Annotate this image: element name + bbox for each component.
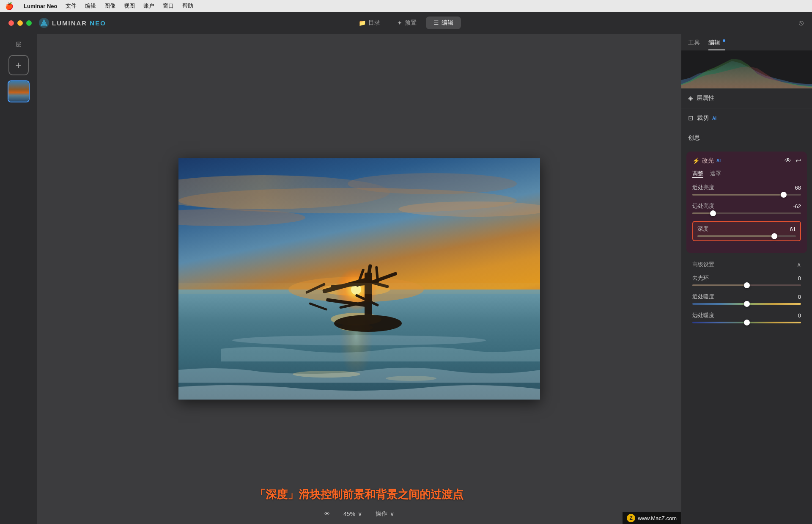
catalog-label: 目录: [368, 19, 380, 27]
layer-properties-label[interactable]: ◈ 层属性: [688, 93, 805, 104]
menu-image[interactable]: 图像: [104, 2, 115, 10]
far-warmth-thumb[interactable]: [744, 320, 750, 325]
add-layer-button[interactable]: +: [8, 55, 29, 75]
edit-icon: ☰: [433, 19, 439, 26]
caption-text: 「深度」滑块控制前景和背景之间的过渡点: [255, 488, 464, 501]
near-brightness-label-row: 近处亮度 68: [692, 184, 801, 191]
depth-value: 61: [783, 226, 796, 232]
menu-view[interactable]: 视图: [124, 2, 135, 10]
right-panel: 工具 编辑: [681, 34, 812, 524]
app-window: LUMINAR NEO 📁 目录 ✦ 预置 ☰ 编辑 ⎋ 层 +: [0, 12, 812, 524]
layer-thumbnail[interactable]: [8, 80, 30, 102]
remove-halo-thumb[interactable]: [744, 282, 750, 288]
tab-edit[interactable]: ☰ 编辑: [426, 17, 461, 29]
advanced-settings-section: 高级设置 ∧ 去光环 0 近处暖度: [681, 256, 812, 334]
advanced-label: 高级设置: [692, 261, 714, 268]
menu-window[interactable]: 窗口: [163, 2, 174, 10]
plus-icon: +: [15, 59, 21, 71]
creative-label[interactable]: 创思: [688, 132, 805, 143]
crop-ai-badge: AI: [712, 116, 716, 121]
remove-halo-track[interactable]: [692, 284, 801, 286]
histogram-svg: [681, 50, 812, 88]
near-brightness-value: 68: [788, 185, 801, 191]
menu-account[interactable]: 账户: [143, 2, 154, 10]
layer-properties-text: 层属性: [697, 94, 714, 102]
creative-text: 创思: [688, 134, 700, 142]
enhance-actions: 👁 ↩: [785, 157, 801, 165]
subtab-adjust[interactable]: 调整: [692, 170, 703, 178]
visibility-icon[interactable]: 👁: [785, 157, 791, 165]
export-button[interactable]: ⎋: [799, 19, 804, 28]
close-button[interactable]: [8, 20, 14, 26]
traffic-lights: [8, 20, 32, 26]
layer-properties-section: ◈ 层属性: [681, 88, 812, 108]
menu-file[interactable]: 文件: [66, 2, 77, 10]
menu-bar: 🍎 Luminar Neo 文件 编辑 图像 视图 账户 窗口 帮助: [0, 0, 812, 12]
tab-presets[interactable]: ✦ 预置: [390, 17, 424, 29]
logo-text: LUMINAR NEO: [52, 19, 106, 27]
enhance-title-text: 改光: [702, 157, 714, 165]
remove-halo-label-row: 去光环 0: [692, 274, 801, 282]
remove-halo-fill: [692, 284, 747, 286]
svg-point-21: [334, 315, 402, 332]
menu-edit[interactable]: 编辑: [85, 2, 96, 10]
minimize-button[interactable]: [17, 20, 23, 26]
remove-halo-value: 0: [788, 275, 801, 281]
advanced-chevron-icon[interactable]: ∧: [797, 261, 801, 268]
canvas-area: 「深度」滑块控制前景和背景之间的过渡点 👁 45% ∨ 操作 ∨ Z: [37, 34, 681, 524]
logo-area: LUMINAR NEO: [38, 17, 106, 28]
tab-tools[interactable]: 工具: [688, 39, 700, 47]
zoom-chevron-icon: ∨: [358, 510, 362, 517]
main-content: 层 +: [0, 34, 812, 524]
depth-track[interactable]: [697, 235, 796, 237]
near-warmth-thumb[interactable]: [744, 301, 750, 307]
depth-fill: [697, 235, 774, 237]
app-name[interactable]: Luminar Neo: [24, 3, 57, 9]
near-brightness-thumb[interactable]: [781, 192, 787, 198]
watermark-text: www.MacZ.com: [638, 515, 677, 521]
far-warmth-label-row: 远处暖度 0: [692, 312, 801, 319]
depth-label: 深度: [697, 225, 708, 233]
watermark: Z www.MacZ.com: [623, 512, 681, 524]
far-brightness-thumb[interactable]: [710, 210, 716, 216]
edit-label: 编辑: [442, 19, 453, 27]
zoom-control[interactable]: 45% ∨: [343, 510, 362, 517]
depth-thumb[interactable]: [771, 233, 777, 239]
tab-catalog[interactable]: 📁 目录: [351, 17, 388, 29]
far-warmth-track[interactable]: [692, 322, 801, 323]
depth-slider-container: 深度 61: [692, 221, 801, 241]
operations-menu[interactable]: 操作 ∨: [376, 510, 394, 518]
near-brightness-fill: [692, 194, 784, 196]
crop-section: ⊡ 裁切 AI: [681, 108, 812, 128]
reset-icon[interactable]: ↩: [796, 157, 801, 165]
subtab-mask[interactable]: 遮罩: [710, 170, 721, 178]
apple-menu[interactable]: 🍎: [5, 2, 14, 10]
far-warmth-value: 0: [788, 312, 801, 319]
presets-label: 预置: [405, 19, 417, 27]
photo-container: [178, 158, 540, 400]
tab-edit-panel[interactable]: 编辑: [708, 39, 725, 47]
far-brightness-track[interactable]: [692, 212, 801, 214]
enhance-title: ⚡ 改光 AI: [692, 157, 721, 165]
crop-icon: ⊡: [688, 114, 694, 122]
zoom-value: 45%: [343, 510, 355, 517]
svg-point-31: [386, 376, 436, 381]
title-bar: LUMINAR NEO 📁 目录 ✦ 预置 ☰ 编辑 ⎋: [0, 12, 812, 34]
presets-icon: ✦: [397, 19, 402, 26]
crop-label[interactable]: ⊡ 裁切 AI: [688, 113, 805, 124]
remove-halo-label: 去光环: [692, 274, 709, 282]
maximize-button[interactable]: [26, 20, 32, 26]
catalog-icon: 📁: [359, 19, 366, 26]
far-brightness-label: 远处亮度: [692, 202, 714, 210]
advanced-header: 高级设置 ∧: [692, 261, 801, 268]
near-warmth-track[interactable]: [692, 303, 801, 305]
canvas-bottom-bar: 👁 45% ∨ 操作 ∨: [37, 504, 681, 524]
near-brightness-track[interactable]: [692, 194, 801, 196]
visibility-toggle[interactable]: 👁: [324, 510, 330, 517]
left-sidebar: 层 +: [0, 34, 37, 524]
svg-rect-32: [178, 283, 540, 294]
layer-properties-icon: ◈: [688, 94, 693, 102]
menu-help[interactable]: 帮助: [182, 2, 193, 10]
enhance-subtabs: 调整 遮罩: [692, 170, 801, 178]
histogram-area: [681, 50, 812, 88]
